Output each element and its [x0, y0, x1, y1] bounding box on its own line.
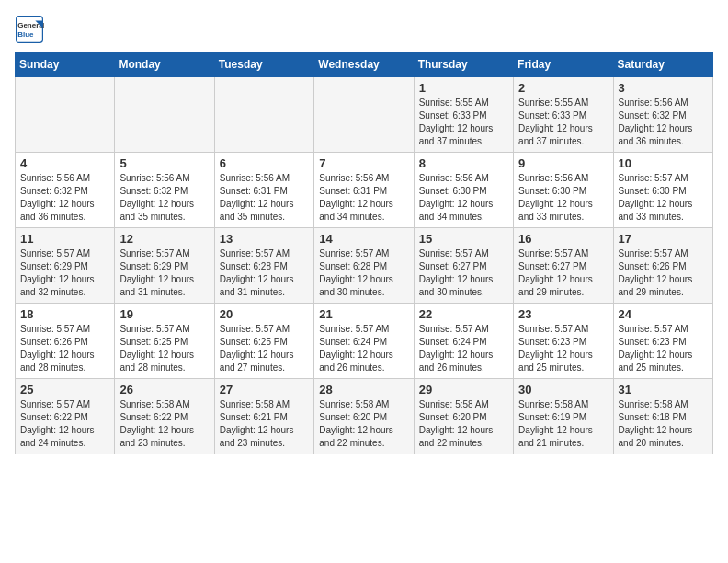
day-number: 20 — [220, 307, 309, 321]
page-header: General Blue — [15, 15, 713, 44]
calendar-table: SundayMondayTuesdayWednesdayThursdayFrid… — [15, 52, 713, 454]
calendar-cell: 2Sunrise: 5:55 AM Sunset: 6:33 PM Daylig… — [514, 77, 613, 153]
calendar-header: SundayMondayTuesdayWednesdayThursdayFrid… — [16, 52, 713, 77]
calendar-cell: 17Sunrise: 5:57 AM Sunset: 6:26 PM Dayli… — [613, 228, 712, 304]
calendar-cell: 1Sunrise: 5:55 AM Sunset: 6:33 PM Daylig… — [414, 77, 513, 153]
day-info: Sunrise: 5:57 AM Sunset: 6:25 PM Dayligh… — [220, 323, 309, 374]
day-number: 14 — [319, 232, 408, 246]
day-info: Sunrise: 5:56 AM Sunset: 6:32 PM Dayligh… — [20, 172, 109, 224]
calendar-cell — [214, 77, 313, 153]
weekday-header: Wednesday — [314, 52, 414, 77]
day-info: Sunrise: 5:56 AM Sunset: 6:31 PM Dayligh… — [319, 172, 408, 224]
svg-text:Blue: Blue — [17, 30, 34, 39]
day-number: 10 — [619, 156, 708, 170]
calendar-cell: 18Sunrise: 5:57 AM Sunset: 6:26 PM Dayli… — [16, 304, 115, 379]
logo-icon: General Blue — [15, 15, 44, 44]
day-number: 23 — [518, 307, 608, 321]
weekday-header: Tuesday — [214, 52, 313, 77]
calendar-cell: 27Sunrise: 5:58 AM Sunset: 6:21 PM Dayli… — [214, 379, 313, 454]
calendar-cell: 24Sunrise: 5:57 AM Sunset: 6:23 PM Dayli… — [613, 304, 712, 379]
day-info: Sunrise: 5:58 AM Sunset: 6:19 PM Dayligh… — [518, 398, 608, 450]
day-number: 18 — [20, 307, 109, 321]
logo: General Blue — [15, 15, 44, 44]
calendar-cell: 20Sunrise: 5:57 AM Sunset: 6:25 PM Dayli… — [214, 304, 313, 379]
calendar-cell: 8Sunrise: 5:56 AM Sunset: 6:30 PM Daylig… — [414, 153, 513, 228]
calendar-cell — [16, 77, 115, 153]
day-info: Sunrise: 5:57 AM Sunset: 6:24 PM Dayligh… — [319, 323, 408, 374]
calendar-cell: 25Sunrise: 5:57 AM Sunset: 6:22 PM Dayli… — [16, 379, 115, 454]
calendar-week-row: 25Sunrise: 5:57 AM Sunset: 6:22 PM Dayli… — [16, 379, 713, 454]
day-info: Sunrise: 5:56 AM Sunset: 6:30 PM Dayligh… — [419, 172, 508, 224]
day-number: 30 — [518, 383, 608, 396]
day-info: Sunrise: 5:57 AM Sunset: 6:27 PM Dayligh… — [518, 247, 608, 299]
day-info: Sunrise: 5:57 AM Sunset: 6:24 PM Dayligh… — [419, 323, 508, 374]
calendar-cell: 15Sunrise: 5:57 AM Sunset: 6:27 PM Dayli… — [414, 228, 513, 304]
day-number: 2 — [518, 81, 608, 95]
calendar-body: 1Sunrise: 5:55 AM Sunset: 6:33 PM Daylig… — [16, 77, 713, 454]
calendar-cell: 30Sunrise: 5:58 AM Sunset: 6:19 PM Dayli… — [514, 379, 613, 454]
calendar-cell: 11Sunrise: 5:57 AM Sunset: 6:29 PM Dayli… — [16, 228, 115, 304]
weekday-header: Friday — [514, 52, 613, 77]
calendar-week-row: 11Sunrise: 5:57 AM Sunset: 6:29 PM Dayli… — [16, 228, 713, 304]
calendar-cell: 6Sunrise: 5:56 AM Sunset: 6:31 PM Daylig… — [214, 153, 313, 228]
day-info: Sunrise: 5:57 AM Sunset: 6:28 PM Dayligh… — [220, 247, 309, 299]
calendar-cell: 28Sunrise: 5:58 AM Sunset: 6:20 PM Dayli… — [314, 379, 414, 454]
day-number: 6 — [220, 156, 309, 170]
day-info: Sunrise: 5:58 AM Sunset: 6:20 PM Dayligh… — [419, 398, 508, 450]
calendar-cell: 31Sunrise: 5:58 AM Sunset: 6:18 PM Dayli… — [613, 379, 712, 454]
calendar-cell: 10Sunrise: 5:57 AM Sunset: 6:30 PM Dayli… — [613, 153, 712, 228]
day-info: Sunrise: 5:58 AM Sunset: 6:20 PM Dayligh… — [319, 398, 408, 450]
calendar-cell: 5Sunrise: 5:56 AM Sunset: 6:32 PM Daylig… — [115, 153, 214, 228]
day-info: Sunrise: 5:58 AM Sunset: 6:22 PM Dayligh… — [119, 398, 209, 450]
calendar-cell: 4Sunrise: 5:56 AM Sunset: 6:32 PM Daylig… — [16, 153, 115, 228]
calendar-cell: 14Sunrise: 5:57 AM Sunset: 6:28 PM Dayli… — [314, 228, 414, 304]
day-info: Sunrise: 5:56 AM Sunset: 6:30 PM Dayligh… — [518, 172, 608, 224]
day-number: 16 — [518, 232, 608, 246]
calendar-week-row: 4Sunrise: 5:56 AM Sunset: 6:32 PM Daylig… — [16, 153, 713, 228]
day-number: 25 — [20, 383, 109, 396]
calendar-week-row: 1Sunrise: 5:55 AM Sunset: 6:33 PM Daylig… — [16, 77, 713, 153]
day-info: Sunrise: 5:57 AM Sunset: 6:25 PM Dayligh… — [119, 323, 209, 374]
calendar-cell: 3Sunrise: 5:56 AM Sunset: 6:32 PM Daylig… — [613, 77, 712, 153]
weekday-row: SundayMondayTuesdayWednesdayThursdayFrid… — [16, 52, 713, 77]
calendar-cell — [314, 77, 414, 153]
day-info: Sunrise: 5:56 AM Sunset: 6:31 PM Dayligh… — [220, 172, 309, 224]
day-number: 24 — [619, 307, 708, 321]
day-number: 7 — [319, 156, 408, 170]
day-number: 21 — [319, 307, 408, 321]
day-number: 11 — [20, 232, 109, 246]
day-info: Sunrise: 5:57 AM Sunset: 6:29 PM Dayligh… — [20, 247, 109, 299]
day-info: Sunrise: 5:57 AM Sunset: 6:29 PM Dayligh… — [119, 247, 209, 299]
calendar-week-row: 18Sunrise: 5:57 AM Sunset: 6:26 PM Dayli… — [16, 304, 713, 379]
day-number: 17 — [619, 232, 708, 246]
day-number: 29 — [419, 383, 508, 396]
day-number: 28 — [319, 383, 408, 396]
day-number: 8 — [419, 156, 508, 170]
weekday-header: Monday — [115, 52, 214, 77]
day-info: Sunrise: 5:57 AM Sunset: 6:26 PM Dayligh… — [20, 323, 109, 374]
weekday-header: Saturday — [613, 52, 712, 77]
day-info: Sunrise: 5:57 AM Sunset: 6:28 PM Dayligh… — [319, 247, 408, 299]
calendar-cell: 7Sunrise: 5:56 AM Sunset: 6:31 PM Daylig… — [314, 153, 414, 228]
day-info: Sunrise: 5:56 AM Sunset: 6:32 PM Dayligh… — [119, 172, 209, 224]
day-info: Sunrise: 5:56 AM Sunset: 6:32 PM Dayligh… — [619, 97, 708, 148]
calendar-cell: 12Sunrise: 5:57 AM Sunset: 6:29 PM Dayli… — [115, 228, 214, 304]
calendar-cell: 26Sunrise: 5:58 AM Sunset: 6:22 PM Dayli… — [115, 379, 214, 454]
day-info: Sunrise: 5:57 AM Sunset: 6:23 PM Dayligh… — [518, 323, 608, 374]
calendar-cell: 13Sunrise: 5:57 AM Sunset: 6:28 PM Dayli… — [214, 228, 313, 304]
calendar-cell: 23Sunrise: 5:57 AM Sunset: 6:23 PM Dayli… — [514, 304, 613, 379]
day-number: 13 — [220, 232, 309, 246]
day-number: 4 — [20, 156, 109, 170]
weekday-header: Sunday — [16, 52, 115, 77]
day-number: 3 — [619, 81, 708, 95]
calendar-cell: 9Sunrise: 5:56 AM Sunset: 6:30 PM Daylig… — [514, 153, 613, 228]
day-number: 1 — [419, 81, 508, 95]
day-number: 12 — [119, 232, 209, 246]
day-info: Sunrise: 5:57 AM Sunset: 6:30 PM Dayligh… — [619, 172, 708, 224]
day-number: 22 — [419, 307, 508, 321]
calendar-cell: 21Sunrise: 5:57 AM Sunset: 6:24 PM Dayli… — [314, 304, 414, 379]
calendar-cell — [115, 77, 214, 153]
day-info: Sunrise: 5:57 AM Sunset: 6:27 PM Dayligh… — [419, 247, 508, 299]
day-info: Sunrise: 5:57 AM Sunset: 6:22 PM Dayligh… — [20, 398, 109, 450]
calendar-cell: 19Sunrise: 5:57 AM Sunset: 6:25 PM Dayli… — [115, 304, 214, 379]
